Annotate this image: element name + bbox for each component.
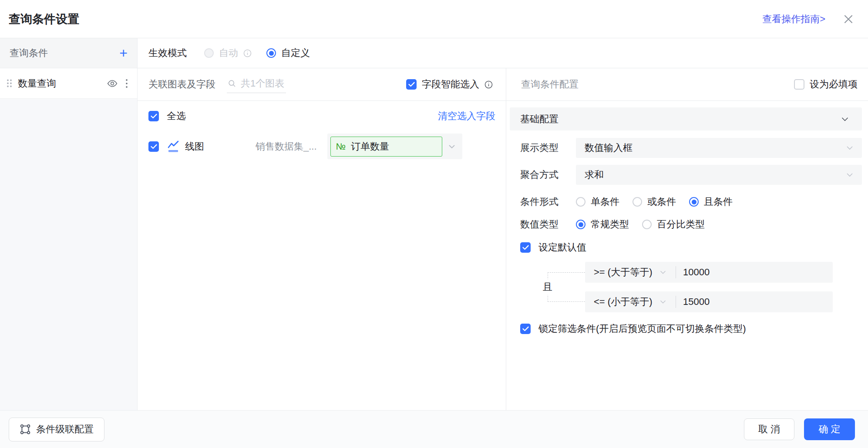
search-icon — [228, 79, 236, 88]
operator-gte-select[interactable]: >= (大于等于) — [594, 266, 658, 279]
required-checkbox[interactable] — [794, 79, 804, 90]
page-title: 查询条件设置 — [9, 11, 79, 27]
condition-form-row: 条件形式 单条件 或条件 — [520, 195, 862, 208]
cascade-config-button[interactable]: 条件级联配置 — [9, 418, 104, 441]
mode-option-custom[interactable]: 自定义 — [266, 47, 310, 60]
chart-type-label: 线图 — [185, 140, 204, 153]
default-value-row: 设定默认值 — [520, 241, 862, 254]
select-all-checkbox[interactable] — [148, 111, 159, 121]
condition-and-label: 且条件 — [704, 195, 733, 208]
dialog-footer: 条件级联配置 取 消 确 定 — [0, 410, 868, 448]
clear-fields-link[interactable]: 清空选入字段 — [438, 110, 495, 123]
basic-config-section[interactable]: 基础配置 — [510, 107, 862, 130]
field-select[interactable]: № 订单数量 — [327, 134, 462, 159]
line-chart-icon — [167, 140, 180, 153]
condition-single-label: 单条件 — [591, 195, 619, 208]
divider — [676, 296, 676, 308]
condition-sidebar: 查询条件 + 数量查询 — [0, 38, 138, 410]
linked-nodes-icon — [20, 424, 31, 435]
gte-value-input[interactable] — [683, 267, 761, 278]
radio-normal[interactable] — [576, 220, 585, 229]
confirm-button[interactable]: 确 定 — [804, 418, 855, 440]
chevron-down-icon[interactable] — [658, 297, 668, 307]
radio-and[interactable] — [689, 197, 699, 207]
lte-value-input[interactable] — [683, 296, 761, 308]
field-name: 订单数量 — [351, 140, 389, 153]
sidebar-item-label: 数量查询 — [18, 77, 56, 90]
basic-config-title: 基础配置 — [520, 113, 558, 126]
sidebar-header: 查询条件 + — [0, 38, 137, 68]
value-type-normal-label: 常规类型 — [591, 218, 629, 231]
selected-field-tag: № 订单数量 — [330, 137, 442, 157]
condition-row-lte: <= (小于等于) — [585, 291, 833, 312]
info-icon[interactable] — [243, 49, 252, 57]
aggregation-value: 求和 — [585, 168, 604, 181]
chevron-down-icon — [844, 143, 855, 153]
config-panel-title: 查询条件配置 — [521, 78, 579, 91]
add-condition-button[interactable]: + — [119, 46, 128, 60]
guide-link[interactable]: 查看操作指南> — [762, 13, 825, 26]
value-type-label: 数值类型 — [520, 218, 576, 231]
condition-and-option[interactable]: 且条件 — [689, 195, 733, 208]
chevron-down-icon — [844, 170, 855, 180]
search-input[interactable] — [241, 78, 286, 89]
chart-checkbox[interactable] — [148, 141, 159, 152]
condition-or-option[interactable]: 或条件 — [632, 195, 676, 208]
sidebar-item-quantity-query[interactable]: 数量查询 — [0, 68, 137, 99]
chevron-down-icon[interactable] — [658, 267, 668, 277]
visibility-eye-icon[interactable] — [107, 78, 118, 89]
main-area: 生效模式 自动 自定义 关联图表及字段 — [138, 38, 868, 410]
aggregation-row: 聚合方式 求和 — [520, 165, 862, 185]
close-icon — [842, 13, 855, 26]
operator-lte-select[interactable]: <= (小于等于) — [594, 295, 658, 308]
sidebar-empty-area — [0, 99, 137, 410]
dialog-header: 查询条件设置 查看操作指南> — [0, 0, 868, 38]
radio-custom[interactable] — [266, 48, 276, 58]
select-all-row: 全选 清空选入字段 — [148, 110, 495, 122]
cascade-config-label: 条件级联配置 — [36, 423, 94, 436]
aggregation-label: 聚合方式 — [520, 168, 576, 181]
required-option[interactable]: 设为必填项 — [794, 78, 858, 91]
smart-select-option[interactable]: 字段智能选入 — [406, 78, 493, 91]
cancel-button[interactable]: 取 消 — [744, 418, 794, 440]
lock-condition-checkbox[interactable] — [520, 324, 531, 334]
condition-or-label: 或条件 — [647, 195, 676, 208]
required-label: 设为必填项 — [810, 78, 858, 91]
value-type-percent-label: 百分比类型 — [657, 218, 705, 231]
effective-mode-row: 生效模式 自动 自定义 — [138, 38, 868, 68]
condition-row-gte: >= (大于等于) — [585, 262, 833, 283]
aggregation-select[interactable]: 求和 — [576, 165, 862, 185]
numeric-field-icon: № — [336, 141, 346, 152]
lock-condition-label: 锁定筛选条件(开启后预览页面不可切换条件类型) — [538, 322, 746, 335]
dataset-name: 销售数据集_... — [256, 140, 317, 153]
radio-or[interactable] — [632, 197, 642, 207]
default-conditions-block: 且 >= (大于等于) <= (小于等于) — [520, 262, 862, 312]
radio-auto[interactable] — [204, 48, 214, 58]
close-button[interactable] — [841, 12, 856, 27]
display-type-label: 展示类型 — [520, 141, 576, 154]
display-type-row: 展示类型 数值输入框 — [520, 138, 862, 158]
default-value-label: 设定默认值 — [538, 241, 586, 254]
drag-handle-icon[interactable] — [6, 78, 13, 88]
divider — [676, 266, 676, 278]
info-icon[interactable] — [484, 80, 493, 89]
chart-row: 线图 销售数据集_... № 订单数量 — [148, 134, 495, 159]
lock-condition-row: 锁定筛选条件(开启后预览页面不可切换条件类型) — [520, 323, 862, 335]
config-panel: 基础配置 展示类型 数值输入框 — [506, 101, 868, 410]
chart-search-box[interactable] — [227, 76, 286, 93]
default-value-checkbox[interactable] — [520, 242, 531, 253]
value-type-row: 数值类型 常规类型 百分比类型 — [520, 218, 862, 231]
radio-percent[interactable] — [642, 220, 652, 229]
select-all-label: 全选 — [167, 110, 186, 123]
more-kebab-icon[interactable] — [125, 78, 128, 89]
value-type-normal-option[interactable]: 常规类型 — [576, 218, 629, 231]
value-type-percent-option[interactable]: 百分比类型 — [642, 218, 705, 231]
condition-single-option[interactable]: 单条件 — [576, 195, 619, 208]
display-type-value: 数值输入框 — [585, 141, 632, 154]
smart-select-checkbox[interactable] — [406, 79, 417, 90]
query-condition-dialog: 查询条件设置 查看操作指南> 查询条件 + 数 — [0, 0, 868, 448]
chart-fields-header: 关联图表及字段 字段智能选入 — [138, 68, 506, 100]
display-type-select[interactable]: 数值输入框 — [576, 138, 862, 158]
radio-single[interactable] — [576, 197, 585, 207]
mode-option-auto[interactable]: 自动 — [204, 47, 252, 60]
